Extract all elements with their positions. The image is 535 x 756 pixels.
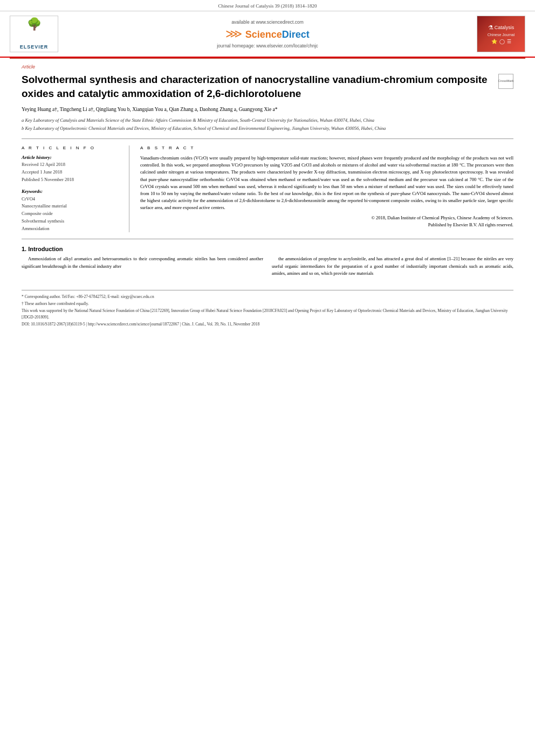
divider-after-abstract <box>22 239 513 239</box>
keyword-5: Ammoxidation <box>22 225 120 232</box>
main-content: Article Solvothermal synthesis and chara… <box>0 59 535 334</box>
intro-col1-p1: Ammoxidation of alkyl aromatics and hete… <box>22 255 263 269</box>
journal-top-bar: Chinese Journal of Catalysis 39 (2018) 1… <box>0 0 535 11</box>
journal-title: Chinese Journal of Catalysis 39 (2018) 1… <box>218 3 317 9</box>
keyword-1: CrVO4 <box>22 196 120 203</box>
affiliation-b: b Key Laboratory of Optoelectronic Chemi… <box>22 125 513 132</box>
divider-after-affiliations <box>22 138 513 139</box>
available-text: available at www.sciencedirect.com <box>64 19 471 25</box>
published-text: Published 5 November 2018 <box>22 177 120 183</box>
affiliation-a: a Key Laboratory of Catalysis and Materi… <box>22 117 513 124</box>
section-number: 1. <box>22 246 26 252</box>
keywords-label: Keywords: <box>22 189 120 194</box>
crossmark-badge[interactable]: CrossMark <box>498 74 513 89</box>
catalysis-icon: ⚗ <box>488 24 493 31</box>
keyword-4: Solvothermal synthesis <box>22 218 120 225</box>
intro-col2-p1: the ammoxidation of propylene to acrylon… <box>272 255 513 277</box>
sd-science: Science <box>245 29 282 40</box>
copyright-line: © 2018, Dalian Institute of Chemical Phy… <box>140 214 513 228</box>
elsevier-text: ELSEVIER <box>20 44 49 50</box>
sd-direct: Direct <box>282 29 310 40</box>
title-crossmark-wrapper: Solvothermal synthesis and characterizat… <box>22 73 513 106</box>
intro-col1: Ammoxidation of alkyl aromatics and hete… <box>22 255 263 279</box>
keyword-3: Composite oxide <box>22 210 120 217</box>
abstract-col: A B S T R A C T Vanadium-chromium oxides… <box>140 145 513 232</box>
introduction-title: 1. Introduction <box>22 246 513 252</box>
abstract-heading: A B S T R A C T <box>140 145 513 150</box>
catalysis-sub: Chinese Journal <box>488 33 515 37</box>
article-info-abstract: A R T I C L E I N F O Article history: R… <box>22 145 513 232</box>
header-center: available at www.sciencedirect.com ⋙ Sci… <box>64 19 471 48</box>
page-wrapper: Chinese Journal of Catalysis 39 (2018) 1… <box>0 0 535 756</box>
abstract-paragraph: Vanadium-chromium oxides (VCrO) were usu… <box>140 155 513 211</box>
authors-line: Yeying Huang a†, Tingcheng Li a†, Qingli… <box>22 106 513 113</box>
article-tag: Article <box>22 64 513 70</box>
crossmark-label: CrossMark <box>498 79 514 83</box>
footer-notes: * Corresponding author. Tel/Fax: +86-27-… <box>22 290 513 327</box>
article-info-heading: A R T I C L E I N F O <box>22 145 120 150</box>
article-title: Solvothermal synthesis and characterizat… <box>22 73 493 100</box>
catalysis-text: Catalysis <box>495 25 515 30</box>
catalysis-icons-row: ⭐ ◯ ☰ <box>491 39 511 44</box>
elsevier-tree-icon: 🌳 <box>27 18 42 30</box>
footer-equal: † These authors have contributed equally… <box>22 301 513 307</box>
authors-text: Yeying Huang a†, Tingcheng Li a†, Qingli… <box>22 107 278 112</box>
introduction-body: Ammoxidation of alkyl aromatics and hete… <box>22 255 513 279</box>
received-text: Received 12 April 2018 <box>22 162 120 168</box>
journal-home-text: journal homepage: www.elsevier.com/locat… <box>64 43 471 48</box>
footer-doi: DOI: 10.1016/S1872-2067(18)63119-5 | htt… <box>22 321 513 327</box>
footer-funding: This work was supported by the National … <box>22 308 513 320</box>
catalysis-logo: ⚗ Catalysis Chinese Journal ⭐ ◯ ☰ <box>477 16 525 52</box>
intro-col2: the ammoxidation of propylene to acrylon… <box>272 255 513 279</box>
article-info-col: A R T I C L E I N F O Article history: R… <box>22 145 129 232</box>
accepted-text: Accepted 1 June 2018 <box>22 169 120 176</box>
copyright-line2: Published by Elsevier B.V. All rights re… <box>428 222 513 227</box>
footer-corresponding: * Corresponding author. Tel/Fax: +86-27-… <box>22 294 513 300</box>
sciencedirect-logo: ⋙ ScienceDirect <box>225 27 310 41</box>
introduction-section: 1. Introduction Ammoxidation of alkyl ar… <box>22 246 513 279</box>
copyright-line1: © 2018, Dalian Institute of Chemical Phy… <box>371 215 513 220</box>
keyword-2: Nanocrystalline material <box>22 203 120 210</box>
article-history-label: Article history: <box>22 155 120 160</box>
sd-icon: ⋙ <box>225 27 242 40</box>
section-name: Introduction <box>28 246 63 252</box>
header-area: 🌳 ELSEVIER available at www.sciencedirec… <box>0 11 535 58</box>
elsevier-logo: 🌳 ELSEVIER <box>10 16 58 52</box>
abstract-text: Vanadium-chromium oxides (VCrO) were usu… <box>140 155 513 211</box>
